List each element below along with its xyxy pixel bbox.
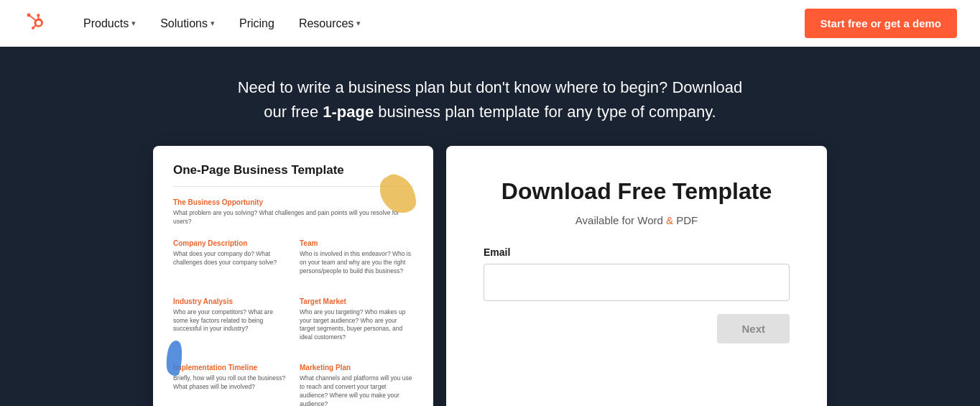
- cta-button[interactable]: Start free or get a demo: [805, 9, 957, 38]
- email-input[interactable]: [484, 264, 790, 301]
- section-heading-industry: Industry Analysis: [173, 297, 287, 305]
- content-area: One-Page Business Template The Business …: [0, 146, 980, 406]
- decorative-blob-right: [380, 173, 417, 218]
- nav-item-pricing[interactable]: Pricing: [229, 11, 285, 36]
- section-text-opportunity: What problem are you solving? What chall…: [173, 209, 413, 226]
- section-text-industry: Who are your competitors? What are some …: [173, 308, 287, 334]
- section-heading-team: Team: [300, 239, 413, 247]
- template-card-title: One-Page Business Template: [173, 163, 413, 187]
- form-headline: Download Free Template: [484, 177, 790, 205]
- hero-text: Need to write a business plan but don't …: [224, 75, 756, 124]
- form-subtext-amp: &: [666, 214, 676, 226]
- form-subtext: Available for Word & PDF: [484, 214, 790, 226]
- navigation: Products ▾ Solutions ▾ Pricing Resources…: [0, 0, 980, 47]
- template-section-company: Company Description What does your compa…: [173, 239, 287, 276]
- nav-items: Products ▾ Solutions ▾ Pricing Resources…: [73, 11, 805, 36]
- nav-item-solutions[interactable]: Solutions ▾: [150, 11, 225, 36]
- section-heading-opportunity: The Business Opportunity: [173, 198, 413, 206]
- template-preview-card: One-Page Business Template The Business …: [153, 146, 433, 406]
- template-section-team: Team Who is involved in this endeavor? W…: [300, 239, 413, 276]
- template-section-opportunity: The Business Opportunity What problem ar…: [173, 198, 413, 226]
- form-subtext-after: PDF: [676, 214, 698, 226]
- section-heading-timeline: Implementation Timeline: [173, 364, 287, 372]
- section-text-target: Who are you targeting? Who makes up your…: [300, 308, 413, 343]
- template-section-marketing: Marketing Plan What channels and platfor…: [300, 364, 413, 406]
- decorative-blob-left: [166, 340, 182, 377]
- nav-item-products[interactable]: Products ▾: [73, 11, 146, 36]
- nav-item-resources[interactable]: Resources ▾: [289, 11, 371, 36]
- hero-section: Need to write a business plan but don't …: [0, 47, 980, 146]
- section-text-company: What does your company do? What challeng…: [173, 250, 287, 267]
- template-section-target: Target Market Who are you targeting? Who…: [300, 297, 413, 343]
- section-heading-marketing: Marketing Plan: [300, 364, 413, 372]
- email-label: Email: [484, 246, 790, 258]
- template-grid: Company Description What does your compa…: [173, 239, 413, 406]
- form-subtext-before: Available for Word: [575, 214, 666, 226]
- logo[interactable]: [23, 10, 50, 37]
- section-text-timeline: Briefly, how will you roll out the busin…: [173, 374, 287, 392]
- template-section-industry: Industry Analysis Who are your competito…: [173, 297, 287, 343]
- section-text-marketing: What channels and platforms will you use…: [300, 374, 413, 406]
- form-card: Download Free Template Available for Wor…: [446, 146, 827, 406]
- section-heading-company: Company Description: [173, 239, 287, 247]
- section-text-team: Who is involved in this endeavor? Who is…: [300, 250, 413, 276]
- chevron-down-icon: ▾: [356, 19, 361, 28]
- next-button[interactable]: Next: [717, 314, 790, 343]
- chevron-down-icon: ▾: [131, 19, 136, 28]
- template-section-timeline: Implementation Timeline Briefly, how wil…: [173, 364, 287, 406]
- section-heading-target: Target Market: [300, 297, 413, 305]
- chevron-down-icon: ▾: [211, 19, 215, 28]
